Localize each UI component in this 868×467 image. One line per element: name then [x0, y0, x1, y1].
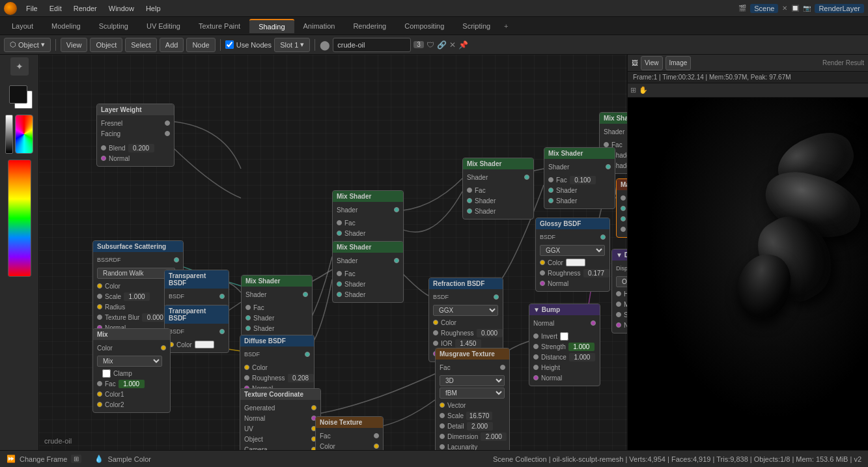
node-diffuse-header: Diffuse BSDF — [240, 335, 314, 347]
socket-invert-in — [533, 333, 539, 339]
scene-name[interactable]: Scene — [750, 4, 778, 13]
socket-fac-in-3 — [337, 220, 342, 225]
tab-animation[interactable]: Animation — [294, 20, 344, 33]
menu-edit[interactable]: Edit — [44, 3, 67, 14]
scene-header: 🎬 Scene ✕ 🔲 📷 RenderLayer — [738, 0, 864, 17]
socket-normal-out-bump — [591, 320, 596, 326]
view-menu-btn[interactable]: View — [641, 56, 663, 70]
node-mix-shader-5: Mix Shader Shader Fac Shader Shader — [241, 275, 313, 337]
node-texcoord-header: Texture Coordinate — [240, 389, 320, 400]
slot-selector[interactable]: Slot 1 ▾ — [274, 38, 310, 52]
status-center: 💧 Sample Color — [94, 455, 151, 463]
status-left: ⏩ Change Frame ⊞ — [7, 455, 81, 463]
delete-icon: ✕ — [449, 40, 456, 50]
socket-height-in-bump — [533, 365, 539, 370]
shield-icon: 🛡 — [427, 40, 434, 50]
object-button[interactable]: Object — [90, 38, 122, 52]
pan-icon[interactable]: ✋ — [639, 86, 648, 94]
socket-rough-in-refr — [433, 330, 438, 335]
material-name-input[interactable] — [333, 38, 411, 52]
zoom-to-fit-icon[interactable]: ⊞ — [630, 86, 636, 94]
refraction-distrib-select[interactable]: GGX — [433, 305, 498, 316]
node-noise-header: Noise Texture — [316, 417, 383, 428]
musgrave-dim-select[interactable]: 3D — [440, 375, 505, 386]
use-nodes-toggle[interactable] — [225, 40, 234, 49]
change-frame-label: Change Frame — [20, 455, 67, 463]
socket-color-in-sub — [97, 283, 102, 289]
view-button[interactable]: View — [61, 38, 88, 52]
tab-scripting[interactable]: Scripting — [453, 20, 499, 33]
node-material-output-header: Material Output — [617, 179, 627, 190]
color-wheel[interactable] — [15, 115, 33, 154]
tool-select[interactable]: ✦ — [10, 57, 29, 76]
socket-normal-in — [101, 156, 106, 161]
link-icon: 🔗 — [437, 40, 447, 50]
foreground-color[interactable] — [9, 85, 27, 104]
slot-label: Slot 1 — [280, 41, 298, 49]
menu-window[interactable]: Window — [104, 3, 139, 14]
material-count-badge: 3 — [413, 41, 424, 48]
tab-texture-paint[interactable]: Texture Paint — [189, 20, 249, 33]
socket-shader-in-5-1 — [245, 315, 251, 320]
socket-bsdf-out-t1 — [219, 294, 225, 299]
node-title-noise: Noise Texture — [320, 419, 362, 426]
socket-rough-in-glossy — [540, 270, 545, 276]
menu-file[interactable]: File — [21, 3, 43, 14]
socket-shader-in-3-1 — [337, 231, 342, 236]
tab-modeling[interactable]: Modeling — [42, 20, 90, 33]
bump-invert-check[interactable] — [560, 332, 568, 341]
node-title-mix-top: Mix Shader — [604, 115, 627, 122]
musgrave-type-select[interactable]: fBM — [440, 388, 505, 399]
socket-bssrdf-out — [174, 257, 179, 262]
node-title-glossy: Glossy BSDF — [540, 220, 581, 227]
socket-fac-in-mix — [97, 381, 102, 386]
image-menu-btn[interactable]: Image — [665, 56, 692, 70]
blender-logo-icon[interactable] — [4, 2, 17, 15]
render-image — [628, 98, 868, 450]
socket-shader-out-mid — [524, 175, 529, 180]
socket-fac-out-musg — [500, 365, 505, 370]
add-button[interactable]: Add — [160, 38, 184, 52]
node-mix-shader-2-header: Mix Shader — [544, 148, 615, 159]
socket-bsdf-out-diff — [305, 352, 310, 357]
socket-color-in-diff — [244, 365, 249, 370]
socket-height-in-disp — [616, 291, 621, 296]
tab-layout[interactable]: Layout — [3, 20, 42, 33]
node-button[interactable]: Node — [186, 38, 215, 52]
use-nodes-checkbox[interactable]: Use Nodes — [225, 40, 272, 49]
menu-help[interactable]: Help — [141, 3, 166, 14]
subsurface-method-select[interactable]: Random Walk — [97, 268, 175, 279]
node-transparent-2-header: Transparent BSDF — [165, 305, 229, 324]
socket-scale-in-musg — [440, 413, 445, 418]
socket-color1-in — [97, 391, 102, 397]
socket-fac-in-mid — [467, 188, 472, 193]
socket-color-in-refr — [433, 320, 438, 325]
menu-render[interactable]: Render — [68, 3, 102, 14]
editor-type-button[interactable]: ⬡ Object ▾ — [4, 38, 51, 52]
add-workspace-button[interactable]: + — [499, 20, 512, 33]
mix-type-select[interactable]: Mix — [97, 356, 162, 367]
socket-fac-out-noise — [374, 433, 379, 438]
hue-slider[interactable] — [8, 160, 31, 277]
tab-uv-editing[interactable]: UV Editing — [137, 20, 189, 33]
socket-fac-in-2 — [548, 177, 553, 182]
scene-stats-text: Scene Collection | oil-slick-sculpt-reme… — [493, 455, 861, 463]
render-layer-name[interactable]: RenderLayer — [815, 4, 864, 13]
mix-clamp-check[interactable] — [102, 369, 111, 378]
socket-shader-in-2-1 — [548, 188, 553, 193]
tab-compositing[interactable]: Compositing — [395, 20, 453, 33]
displacement-space-select[interactable]: Object Space — [616, 276, 627, 287]
node-mix-shader-4: Mix Shader Shader Fac Shader Shader — [332, 241, 404, 303]
socket-fresnel-out — [165, 120, 170, 126]
tab-shading[interactable]: Shading — [249, 19, 294, 33]
select-button[interactable]: Select — [125, 38, 157, 52]
workspace-tabs: Layout Modeling Sculpting UV Editing Tex… — [0, 17, 868, 35]
editor-type-label: Object — [18, 41, 39, 49]
tab-sculpting[interactable]: Sculpting — [90, 20, 137, 33]
node-title-mix-5: Mix Shader — [245, 277, 280, 285]
value-slider[interactable] — [5, 115, 13, 154]
tab-rendering[interactable]: Rendering — [344, 20, 395, 33]
node-editor[interactable]: Layer Weight Fresnel Facing Blend0.200 N… — [39, 55, 627, 450]
glossy-distrib-select[interactable]: GGX — [540, 245, 605, 256]
sample-color-icon: 💧 — [94, 455, 104, 463]
